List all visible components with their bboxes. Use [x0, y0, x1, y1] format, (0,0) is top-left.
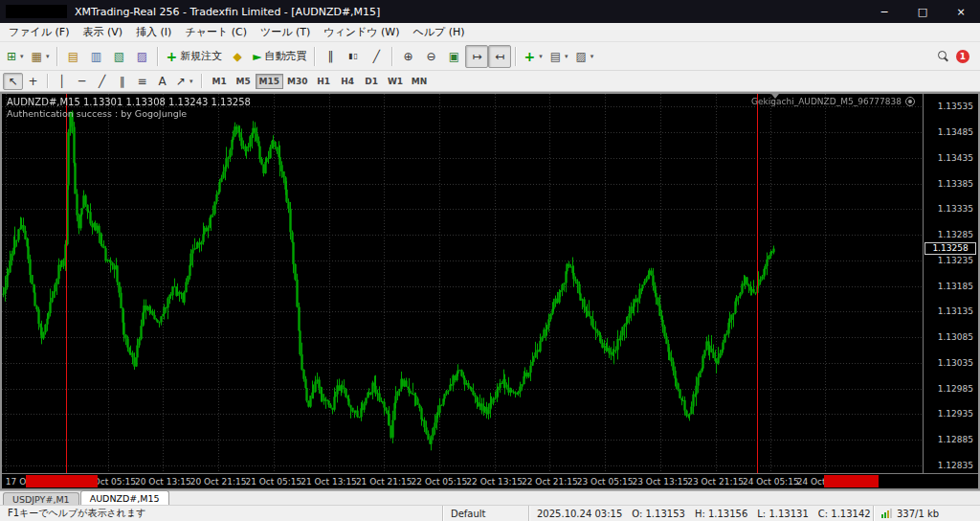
time-axis-label: 21 Oct 21:15 — [356, 477, 412, 487]
chart-ohlc-info: AUDNZD#,M15 1.13301 1.13308 1.13243 1.13… — [7, 97, 251, 107]
time-axis-label: 24 Oct 05:15 — [743, 477, 799, 487]
chevron-down-icon: ▾ — [565, 53, 568, 60]
zoom-out-icon: ⊖ — [426, 51, 435, 62]
bar-chart-button[interactable]: ‖ — [319, 45, 342, 68]
status-bar: F1キーでヘルプが表示されます Default 2025.10.24 03:15… — [0, 505, 980, 521]
time-axis-label: 22 Oct 21:15 — [522, 477, 578, 487]
timeframe-d1[interactable]: D1 — [360, 74, 384, 89]
chevron-down-icon: ▾ — [590, 53, 594, 60]
status-profile[interactable]: Default — [442, 506, 528, 521]
chart-plot[interactable] — [2, 94, 923, 473]
periods-icon: ▤ — [550, 51, 561, 62]
window-maximize-button[interactable]: □ — [903, 0, 942, 23]
metaeditor-button[interactable]: ◆ — [226, 45, 249, 68]
autotrading-icon: ► — [253, 51, 261, 62]
new-chart-button[interactable]: ⊞▾ — [3, 45, 28, 68]
autotrading-button[interactable]: ►自動売買 — [249, 45, 310, 68]
text-button[interactable]: A — [152, 73, 172, 90]
timeframe-m5[interactable]: M5 — [232, 74, 256, 89]
status-bar-info: 2025.10.24 03:15O: 1.13153H: 1.13156L: 1… — [528, 506, 873, 521]
indicators-button[interactable]: +▾ — [520, 45, 546, 68]
fibonacci-icon: ≡ — [137, 76, 146, 87]
templates-button[interactable]: ▨▾ — [572, 45, 598, 68]
price-axis-label: 1.12935 — [938, 409, 973, 419]
cursor-icon: ↖ — [8, 76, 17, 87]
cursor-button[interactable]: ↖ — [3, 73, 23, 90]
chevron-down-icon: ▾ — [20, 53, 24, 60]
timeframe-m30[interactable]: M30 — [283, 74, 311, 89]
channel-button[interactable]: ∥ — [112, 73, 132, 90]
horizontal-line-button[interactable]: ─ — [72, 73, 92, 90]
toolbar-separator — [391, 47, 392, 66]
notifications-badge[interactable]: 1 — [956, 50, 969, 63]
menu-charts[interactable]: チャート (C) — [178, 23, 254, 41]
timeframe-mn[interactable]: MN — [408, 74, 432, 89]
time-axis-label: 22 Oct 05:15 — [412, 477, 468, 487]
arrows-button[interactable]: ↗▾ — [172, 73, 197, 90]
terminal-button[interactable]: ▨ — [130, 45, 153, 68]
line-chart-button[interactable]: ╱ — [365, 45, 388, 68]
menu-insert[interactable]: 挿入 (I) — [129, 23, 178, 41]
menu-help[interactable]: ヘルプ (H) — [407, 23, 472, 41]
time-axis[interactable]: 17 Oct 20220 Oct 05:1520 Oct 13:1520 Oct… — [2, 473, 978, 488]
trendline-button[interactable]: ╱ — [92, 73, 112, 90]
connection-bars-icon — [881, 509, 892, 518]
redacted-date — [824, 475, 879, 487]
price-axis-label: 1.13535 — [938, 102, 973, 111]
menu-tools[interactable]: ツール (T) — [254, 23, 317, 41]
timeframe-w1[interactable]: W1 — [384, 74, 408, 89]
status-item: C: 1.13142 — [818, 509, 871, 519]
menu-window[interactable]: ウィンドウ (W) — [317, 23, 406, 41]
status-item: O: 1.13153 — [632, 509, 685, 519]
window-title: XMTrading-Real 256 - Tradexfin Limited -… — [75, 6, 865, 18]
zoom-in-button[interactable]: ⊕ — [396, 45, 419, 68]
timeframe-group: M1M5M15M30H1H4D1W1MN — [208, 74, 432, 89]
profiles-button[interactable]: ▦▾ — [28, 45, 54, 68]
timeframe-h1[interactable]: H1 — [312, 74, 336, 89]
time-axis-label: 20 Oct 21:15 — [190, 477, 247, 487]
search-button[interactable] — [931, 45, 954, 68]
auto-scroll-button[interactable]: ↦ — [465, 45, 488, 68]
chart-window[interactable]: AUDNZD#,M15 1.13301 1.13308 1.13243 1.13… — [2, 94, 978, 488]
navigator-button[interactable]: ▧ — [107, 45, 130, 68]
toolbar-line-studies: ↖+│─╱∥≡A↗▾ — [3, 71, 206, 91]
market-watch-button[interactable]: ▤ — [61, 45, 84, 68]
chart-region: AUDNZD#,M15 1.13301 1.13308 1.13243 1.13… — [0, 92, 980, 490]
timeframe-h4[interactable]: H4 — [336, 74, 360, 89]
title-bar[interactable]: XMTrading-Real 256 - Tradexfin Limited -… — [0, 0, 980, 23]
bar-chart-icon: ‖ — [327, 51, 333, 62]
data-window-button[interactable]: ▥ — [84, 45, 107, 68]
vertical-line-button[interactable]: │ — [52, 73, 72, 90]
market-watch-icon: ▤ — [68, 51, 78, 62]
price-axis-label: 1.13085 — [938, 332, 973, 342]
toolbar-separator — [56, 47, 57, 66]
chart-tab-1[interactable]: AUDNZD#,M15 — [80, 490, 169, 505]
toolbar-separator — [201, 74, 202, 88]
crosshair-button[interactable]: + — [23, 73, 43, 90]
zoom-in-icon: ⊕ — [403, 51, 412, 62]
timeframe-m1[interactable]: M1 — [208, 74, 232, 89]
fibonacci-button[interactable]: ≡ — [132, 73, 152, 90]
zoom-out-button[interactable]: ⊖ — [419, 45, 442, 68]
menu-file[interactable]: ファイル (F) — [2, 23, 76, 41]
chart-shift-icon: ↤ — [495, 51, 504, 62]
new-order-button[interactable]: +新規注文 — [162, 45, 226, 68]
current-price-box: 1.13258 — [924, 242, 976, 255]
toolbar-separator — [515, 47, 516, 66]
candlestick-button[interactable]: ▮▯ — [342, 45, 365, 68]
chevron-down-icon: ▾ — [46, 53, 50, 60]
menu-view[interactable]: 表示 (V) — [76, 23, 129, 41]
chart-shift-button[interactable]: ↤ — [488, 45, 511, 68]
timeframe-m15[interactable]: M15 — [256, 74, 283, 89]
window-close-button[interactable]: × — [942, 0, 980, 23]
price-axis-label: 1.13335 — [938, 204, 973, 214]
price-axis[interactable]: 1.13258 1.135351.134851.134351.133851.13… — [923, 94, 978, 473]
chart-tab-0[interactable]: USDJPY#,M1 — [3, 492, 79, 505]
tile-windows-button[interactable]: ▣ — [442, 45, 465, 68]
toolbar-main: ⊞▾▦▾▤▥▧▨+新規注文◆►自動売買‖▮▯╱⊕⊖▣↦↤+▾▤▾▨▾1 — [0, 42, 980, 71]
new-order-icon: + — [166, 50, 177, 63]
new-order-button-label: 新規注文 — [180, 49, 222, 63]
candlestick-icon: ▮▯ — [348, 53, 359, 60]
periods-button[interactable]: ▤▾ — [546, 45, 572, 68]
window-minimize-button[interactable]: − — [865, 0, 903, 23]
